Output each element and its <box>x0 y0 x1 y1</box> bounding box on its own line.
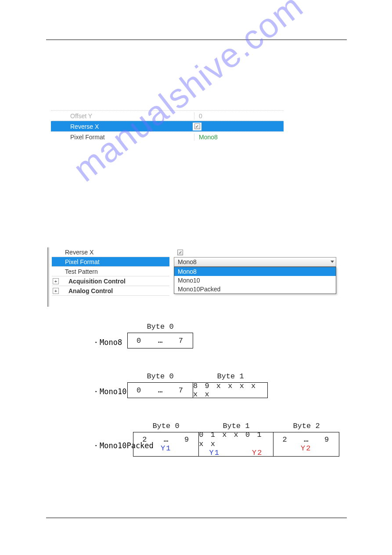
checkbox-cell: ✓ <box>193 123 201 131</box>
checkbox-row: ✓ <box>174 247 336 257</box>
byte-cell: 8 9 x x x x x x <box>193 383 267 398</box>
byte-header: Byte 1 <box>193 372 268 381</box>
property-label: Test Pattern <box>52 268 169 275</box>
diagram-mono8: Byte 0 0 … 7 <box>127 323 193 348</box>
property-label: Reverse X <box>52 249 169 256</box>
checkbox-checked[interactable]: ✓ <box>194 123 200 129</box>
byte-header: Byte 2 <box>273 422 339 430</box>
diagram-mono10: Byte 0 Byte 1 0 … 7 8 9 x x x x x x <box>127 372 268 398</box>
diagram-label-mono8: ・Mono8 <box>92 337 122 348</box>
diagram-mono10packed: Byte 0 Byte 1 Byte 2 2 … 9 Y1 0 1 x x 0 … <box>133 422 339 457</box>
property-label: Analog Control <box>61 287 169 294</box>
table-row[interactable]: Reverse X <box>52 247 169 257</box>
byte-subscript: Y1 <box>209 449 219 457</box>
property-label: Pixel Format <box>51 134 194 141</box>
dropdown-option[interactable]: Mono10 <box>174 276 336 285</box>
byte-header: Byte 0 <box>133 422 199 430</box>
byte-box: 0 … 7 <box>127 333 193 348</box>
table-row[interactable]: Test Pattern <box>52 267 169 276</box>
dropdown-list: Mono8 Mono10 Mono10Packed <box>174 267 336 294</box>
expand-icon[interactable]: + <box>53 288 59 294</box>
table-values-column: ✓ Mono8 Mono8 Mono10 Mono10Packed <box>174 247 336 294</box>
horizontal-rule-top <box>46 40 347 40</box>
property-table-1: Offset Y 0 Reverse X ✓ Pixel Format Mono… <box>51 110 284 142</box>
table-rows: Reverse X Pixel Format Test Pattern + Ac… <box>52 247 169 296</box>
checkbox-checked[interactable]: ✓ <box>177 250 183 255</box>
diagram-label-mono10: ・Mono10 <box>92 387 126 397</box>
property-label: Reverse X <box>51 123 194 130</box>
pixel-format-dropdown[interactable]: Mono8 <box>174 257 336 267</box>
expand-icon[interactable]: + <box>53 278 59 284</box>
property-value-cell: ✓ <box>194 123 284 131</box>
property-label: Pixel Format <box>52 258 169 265</box>
dropdown-option[interactable]: Mono8 <box>174 267 336 276</box>
property-value: 0 <box>194 112 284 120</box>
byte-cell: 2 … 9 Y2 <box>273 432 339 456</box>
dropdown-option[interactable]: Mono10Packed <box>174 285 336 294</box>
byte-cell: 0 1 x x 0 1 x x Y1 Y2 <box>199 432 273 456</box>
byte-box: 0 … 7 8 9 x x x x x x <box>127 382 268 398</box>
byte-cell: 0 … 7 <box>128 383 193 398</box>
table-row-selected[interactable]: Reverse X ✓ <box>51 121 284 131</box>
byte-subscript: Y1 <box>161 444 171 453</box>
property-table-2: Reverse X Pixel Format Test Pattern + Ac… <box>47 247 291 296</box>
table-border <box>47 247 49 307</box>
horizontal-rule-bottom <box>46 518 347 518</box>
table-row-expandable[interactable]: + Analog Control <box>52 286 169 296</box>
byte-cell: 2 … 9 Y1 <box>133 432 199 456</box>
byte-cell: 0 … 7 <box>128 333 193 348</box>
table-row-expandable[interactable]: + Acquisition Control <box>52 276 169 286</box>
property-label: Offset Y <box>51 112 194 120</box>
byte-subscript: Y2 <box>252 449 263 457</box>
byte-header: Byte 0 <box>127 372 193 381</box>
watermark: manualshive.com <box>66 0 311 190</box>
table-row: Pixel Format Mono8 <box>51 131 284 142</box>
table-row: Offset Y 0 <box>51 110 284 121</box>
dropdown-value: Mono8 <box>178 258 197 265</box>
table-row-selected[interactable]: Pixel Format <box>52 257 169 267</box>
byte-subscript: Y2 <box>301 444 311 453</box>
chevron-down-icon <box>331 261 334 263</box>
property-value: Mono8 <box>194 134 284 141</box>
byte-header: Byte 0 <box>127 323 193 331</box>
property-label: Acquisition Control <box>61 278 169 285</box>
byte-box: 2 … 9 Y1 0 1 x x 0 1 x x Y1 Y2 2 … 9 Y2 <box>133 432 339 457</box>
byte-header: Byte 1 <box>199 422 273 430</box>
